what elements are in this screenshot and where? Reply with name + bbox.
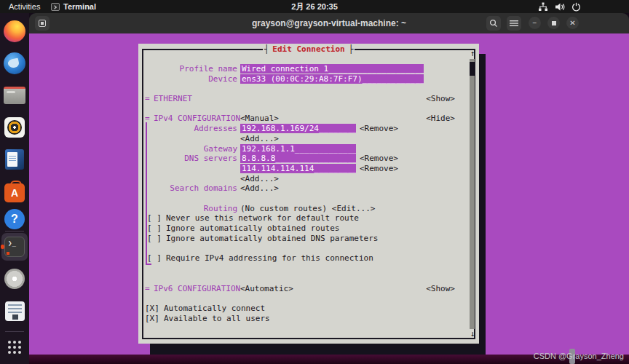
disc-icon <box>4 269 25 289</box>
addresses-label: Addresses <box>138 124 237 134</box>
checkbox-ignore-routes-label: Ignore automatically obtained routes <box>166 223 339 234</box>
routing-label: Routing <box>138 204 237 214</box>
dock-item-firefox[interactable] <box>0 19 29 44</box>
terminal-icon <box>4 237 25 257</box>
scrollbar-up-icon[interactable]: ↑ <box>467 49 478 59</box>
search-domains-row: Search domains <Add...> <box>138 183 479 194</box>
dock-item-thunderbird[interactable] <box>0 51 29 76</box>
checkbox-available-all-label: Available to all users <box>164 314 270 324</box>
rhythmbox-icon <box>4 117 25 138</box>
checkbox-row-default-route: [ ] Never use this network for default r… <box>138 213 479 223</box>
device-row: Device ens33 (00:0C:29:A8:7F:F7)________… <box>138 74 479 84</box>
dock-item-help[interactable]: ? <box>0 207 29 232</box>
scrollbar-track[interactable] <box>470 59 475 329</box>
title-tick-right: ├ <box>349 44 354 54</box>
minimize-button[interactable]: − <box>529 17 541 29</box>
ipv6-section-label: IPv6 CONFIGURATION <box>154 284 240 294</box>
ethernet-section-row: = ETHERNET <Show> <box>138 94 479 104</box>
ipv6-show-button[interactable]: <Show> <box>426 284 455 294</box>
checkbox-ignore-routes[interactable]: [ ] <box>147 223 162 234</box>
dialog-title: Edit Connection <box>269 44 348 54</box>
dns-add-button[interactable]: <Add...> <box>240 174 279 184</box>
profile-name-row: Profile name Wired connection 1_________… <box>138 64 479 74</box>
dns-remove-button-2[interactable]: <Remove> <box>360 164 398 174</box>
routing-edit-button[interactable]: (No custom routes) <Edit...> <box>240 204 375 214</box>
writer-icon <box>5 149 24 170</box>
ipv6-marker: = <box>145 284 150 294</box>
dns-row-2: 114.114.114.114_________ <Remove> <box>138 164 479 174</box>
dialog-shadow <box>479 54 486 355</box>
ipv4-mode-select[interactable]: <Manual> <box>240 114 279 124</box>
firefox-icon <box>4 20 25 42</box>
close-button[interactable]: ✕ <box>566 17 579 29</box>
addresses-row: Addresses 192.168.1.169/24________ <Remo… <box>138 124 479 134</box>
dock-item-ubuntu-software[interactable]: A <box>0 179 29 204</box>
dns-input-2[interactable]: 114.114.114.114_________ <box>240 164 356 173</box>
ipv4-marker: = <box>145 114 150 124</box>
dns-servers-label: DNS servers <box>138 154 237 164</box>
checkbox-row-require-ipv4: [ ] Require IPv4 addressing for this con… <box>138 253 479 264</box>
search-button[interactable] <box>486 16 501 31</box>
dock-item-rhythmbox[interactable] <box>0 115 29 140</box>
files-icon <box>4 87 25 104</box>
ipv6-mode-select[interactable]: <Automatic> <box>240 284 293 294</box>
address-remove-button[interactable]: <Remove> <box>360 124 398 134</box>
dialog-title-row: ┤Edit Connection├ <box>138 44 479 55</box>
system-tray[interactable] <box>538 1 581 12</box>
dock-item-libreoffice-writer[interactable] <box>0 147 29 172</box>
checkbox-row-auto-connect: [X] Automatically connect <box>138 304 479 314</box>
profile-name-label: Profile name <box>138 64 237 74</box>
terminal-titlebar[interactable]: grayson@grayson-virtual-machine: ~ − ✕ <box>29 13 629 33</box>
checkbox-auto-connect[interactable]: [X] <box>145 304 159 314</box>
dns-add-row: <Add...> <box>138 174 479 184</box>
checkbox-ignore-dns[interactable]: [ ] <box>147 234 162 244</box>
dock-item-floppy[interactable] <box>0 298 29 323</box>
ipv4-hide-button[interactable]: <Hide> <box>426 114 455 124</box>
checkbox-require-ipv4[interactable]: [ ] <box>147 253 162 264</box>
checkbox-auto-connect-label: Automatically connect <box>164 304 265 314</box>
dns-input-1[interactable]: 8.8.8.8_________________ <box>240 154 356 163</box>
ethernet-marker: = <box>145 94 150 104</box>
dns-remove-button-1[interactable]: <Remove> <box>360 154 398 164</box>
ethernet-show-button[interactable]: <Show> <box>426 94 455 104</box>
gateway-row: Gateway 192.168.1.1_____________ <box>138 144 479 154</box>
checkbox-require-ipv4-label: Require IPv4 addressing for this connect… <box>166 253 373 264</box>
dock-item-disc[interactable] <box>0 266 29 291</box>
search-domains-add-button[interactable]: <Add...> <box>240 183 279 194</box>
power-icon <box>571 2 581 12</box>
hamburger-icon <box>510 20 518 27</box>
scrollbar-thumb[interactable] <box>470 62 475 76</box>
dock-item-terminal-active[interactable] <box>0 234 29 259</box>
maximize-button[interactable] <box>547 17 560 29</box>
checkbox-default-route[interactable]: [ ] <box>147 213 162 223</box>
checkbox-row-ignore-dns: [ ] Ignore automatically obtained DNS pa… <box>138 234 479 244</box>
clock[interactable]: 2月 26 20:35 <box>0 1 629 12</box>
dialog-border <box>142 49 475 339</box>
top-bar: Activities Terminal 2月 26 20:35 <box>0 0 629 13</box>
dock-separator <box>5 231 24 232</box>
device-label: Device <box>138 74 237 84</box>
profile-name-input[interactable]: Wired connection 1____________________ <box>240 64 424 74</box>
thunderbird-icon <box>4 52 25 74</box>
address-add-button[interactable]: <Add...> <box>240 134 279 144</box>
gateway-input[interactable]: 192.168.1.1_____________ <box>240 144 356 154</box>
minimize-icon: − <box>533 19 537 27</box>
dock-item-show-applications[interactable] <box>0 335 29 360</box>
dock: A ? <box>0 13 29 364</box>
gateway-label: Gateway <box>138 144 237 154</box>
checkbox-available-all[interactable]: [X] <box>145 314 159 324</box>
scrollbar-down-icon[interactable]: ↓ <box>467 329 478 339</box>
app-grid-icon <box>7 340 22 355</box>
checkbox-row-ignore-routes: [ ] Ignore automatically obtained routes <box>138 223 479 234</box>
maximize-icon <box>552 21 556 25</box>
checkbox-default-route-label: Never use this network for default route <box>166 213 359 223</box>
address-input[interactable]: 192.168.1.169/24________ <box>240 124 356 133</box>
menu-button[interactable] <box>507 16 521 31</box>
network-icon <box>538 2 548 12</box>
address-add-row: <Add...> <box>138 134 479 144</box>
dns-row-1: DNS servers 8.8.8.8_________________ <Re… <box>138 154 479 164</box>
checkbox-row-available-all: [X] Available to all users <box>138 314 479 324</box>
ipv4-section-label: IPv4 CONFIGURATION <box>154 114 240 124</box>
dock-item-files[interactable] <box>0 83 29 108</box>
device-input[interactable]: ens33 (00:0C:29:A8:7F:F7)_____________ <box>240 74 424 84</box>
